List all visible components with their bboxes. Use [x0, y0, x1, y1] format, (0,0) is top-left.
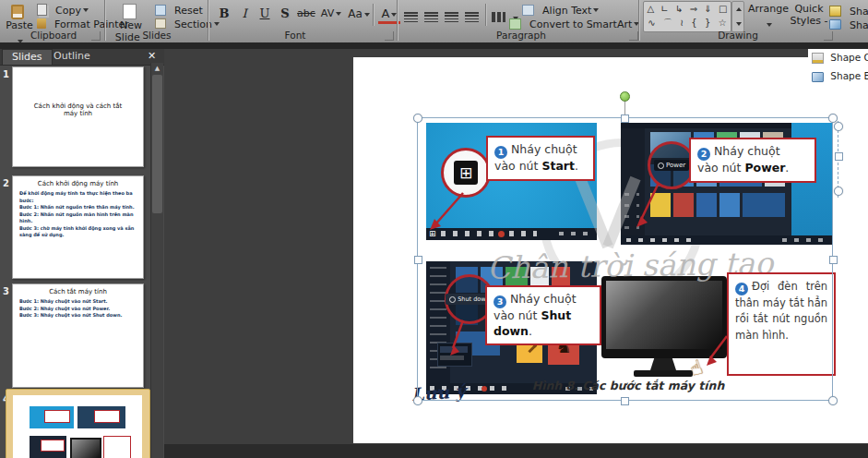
- monitor-neck: [650, 358, 676, 370]
- arrange-button[interactable]: Arrange: [746, 3, 791, 32]
- shapes-scroll-up-icon[interactable]: [736, 7, 742, 11]
- change-case-label: Aa: [348, 7, 363, 20]
- mini-separator: [373, 4, 374, 26]
- slide-2-thumbnail[interactable]: Cách khởi động máy tính Để khởi động máy…: [12, 175, 144, 279]
- shape-rect-icon[interactable]: □: [719, 2, 727, 16]
- power-button: Power: [654, 160, 689, 171]
- shape-effects-button[interactable]: Shape: [829, 15, 868, 32]
- shape-star-icon[interactable]: ☆: [719, 16, 727, 30]
- pane-scrollbar-thumb[interactable]: [152, 75, 162, 213]
- slide-3-number: 3: [3, 286, 9, 296]
- shapes-gallery-scroll[interactable]: [731, 1, 744, 32]
- thumb-2-body: Để khởi động máy tính ta thực hiện theo …: [19, 190, 137, 239]
- step-4-badge: 4: [735, 283, 748, 295]
- callout-step2: 2Nháy chuột vào nút Power.: [689, 138, 816, 183]
- font-color-label: A: [382, 6, 390, 20]
- shape-elbow-arrow-icon[interactable]: ↳: [675, 2, 683, 16]
- section-icon: [155, 18, 166, 29]
- windows-logo-icon: ⊞: [454, 161, 478, 185]
- ribbon-separator: [104, 0, 105, 41]
- taskbar-tray-icons: [782, 238, 828, 242]
- strikethrough-button[interactable]: abc: [294, 4, 318, 24]
- step-2-badge: 2: [697, 148, 710, 161]
- bold-button[interactable]: B: [215, 4, 233, 24]
- shapes-gallery[interactable]: △∟↳⇒⇓□ ∿⌒≀{}☆: [643, 1, 731, 32]
- taskbar-icons: [509, 231, 537, 236]
- shape-arc-icon[interactable]: ⌒: [663, 16, 672, 30]
- tab-outline[interactable]: Outline: [44, 49, 100, 64]
- selection-handle-top-left[interactable]: [413, 114, 422, 123]
- secondary-handle-middle[interactable]: [835, 152, 843, 161]
- selection-handle-bottom-left[interactable]: [413, 396, 422, 405]
- slides-group-label: Slides: [120, 30, 194, 42]
- shape-corner-icon[interactable]: ∟: [661, 2, 669, 16]
- spacing-caret-icon: [336, 12, 341, 16]
- shape-curve-icon[interactable]: ≀: [680, 16, 684, 30]
- selection-handle-bottom-center[interactable]: [621, 397, 629, 405]
- thumb-3-body: Bước 1: Nháy chuột vào nút Start. Bước 2…: [19, 298, 137, 319]
- scroll-up-arrow-icon[interactable]: ▲: [151, 63, 163, 74]
- text-shadow-button[interactable]: S: [276, 4, 294, 24]
- shape-effects-overlay-button[interactable]: Shape Ef: [812, 70, 868, 82]
- shape-scribble-icon[interactable]: ∿: [648, 16, 655, 30]
- change-case-button[interactable]: Aa: [348, 4, 370, 24]
- underline-button[interactable]: U: [256, 4, 274, 24]
- shape-outline-button[interactable]: Shape Ou: [812, 52, 868, 64]
- pane-close-button[interactable]: ✕: [142, 49, 161, 64]
- thumb-4-mini-callout: [94, 410, 120, 423]
- selection-handle-middle-left[interactable]: [414, 256, 422, 264]
- shape-brace-right-icon[interactable]: }: [705, 16, 710, 30]
- thumb-4-mini-shot: [30, 436, 66, 458]
- font-group-label: Font: [249, 30, 341, 42]
- character-spacing-label: AV: [321, 7, 334, 19]
- align-left-button[interactable]: [404, 8, 423, 26]
- step-3-badge: 3: [493, 295, 506, 308]
- secondary-handle-bottom[interactable]: [834, 187, 843, 196]
- slide-4-thumbnail-selected[interactable]: [6, 389, 150, 458]
- slides-pane: Slides Outline ✕ 1 Cách khởi động và các…: [0, 49, 164, 458]
- drawing-dialog-launcher[interactable]: [824, 31, 833, 41]
- align-right-icon: [445, 12, 458, 22]
- secondary-handle-top[interactable]: [834, 122, 843, 131]
- paragraph-dialog-launcher[interactable]: [629, 31, 638, 41]
- clipboard-group-label: Clipboard: [9, 30, 98, 42]
- shape-effects-icon: [829, 19, 841, 30]
- shape-triangle-icon[interactable]: △: [648, 2, 655, 16]
- align-left-icon: [404, 12, 418, 22]
- slide-1-thumbnail[interactable]: Cách khởi động và cách tắt máy tính: [12, 66, 144, 167]
- pane-tab-bar: Slides Outline ✕: [0, 49, 164, 66]
- selection-handle-bottom-right[interactable]: [828, 396, 838, 405]
- case-caret-icon: [364, 13, 370, 17]
- canvas-bottom-area: [164, 444, 868, 458]
- shape-brace-left-icon[interactable]: {: [691, 16, 696, 30]
- format-overlay: Shape Ou Shape Ef: [808, 49, 868, 89]
- quick-styles-button[interactable]: Quick Styles -: [790, 3, 828, 27]
- taskbar: [621, 235, 832, 245]
- italic-button[interactable]: I: [235, 4, 254, 24]
- clipboard-dialog-launcher[interactable]: [91, 31, 101, 41]
- ribbon-separator: [208, 0, 208, 41]
- callout-step3: 3Nháy chuột vào nút Shut down.: [485, 285, 601, 345]
- slide-3-thumbnail[interactable]: Cách tắt máy tính Bước 1: Nháy chuột vào…: [12, 283, 144, 388]
- ribbon-bottom-strip: [0, 42, 868, 49]
- drawing-group-label: Drawing: [687, 30, 789, 42]
- selection-handle-middle-right[interactable]: [829, 256, 838, 264]
- align-right-button[interactable]: [445, 8, 464, 26]
- rotate-handle[interactable]: [620, 91, 630, 102]
- justify-button[interactable]: [465, 8, 484, 26]
- align-center-button[interactable]: [424, 8, 444, 26]
- pane-scrollbar[interactable]: ▲: [150, 63, 163, 458]
- thumb-4-mini-monitor: [70, 438, 101, 458]
- taskbar-red-icon: [498, 231, 505, 237]
- shape-arrow-down-icon[interactable]: ⇓: [704, 2, 711, 16]
- font-dialog-launcher[interactable]: [385, 31, 394, 41]
- tile: [696, 193, 717, 217]
- taskbar-red-icon: [482, 386, 487, 392]
- shape-effects-overlay-icon: [812, 72, 824, 82]
- shape-arrow-right-icon[interactable]: ⇒: [690, 2, 697, 16]
- shapes-scroll-down-icon[interactable]: [736, 22, 742, 26]
- selection-handle-top-center[interactable]: [621, 114, 629, 123]
- power-icon: [449, 296, 456, 303]
- thumb-3-title: Cách tắt máy tính: [13, 288, 143, 295]
- character-spacing-button[interactable]: AV: [320, 4, 342, 24]
